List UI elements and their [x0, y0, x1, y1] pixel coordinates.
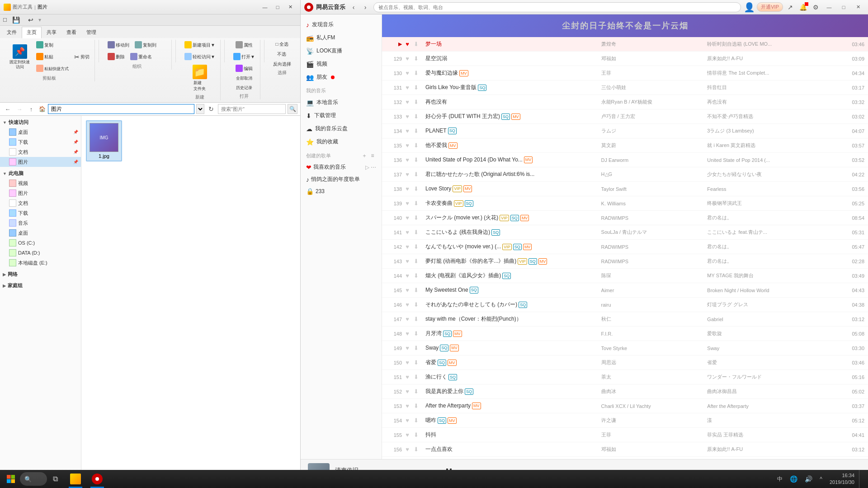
sidebar-section-network-header[interactable]: ▶ 网络: [0, 270, 81, 279]
like-song-button[interactable]: ♥: [404, 214, 411, 222]
download-song-button[interactable]: ⬇: [412, 374, 420, 381]
close-button[interactable]: ✕: [284, 2, 297, 12]
address-input[interactable]: [48, 104, 194, 114]
rename-btn[interactable]: 重命名: [128, 52, 154, 62]
table-row[interactable]: 146 ♥ ⬇ それがあなたの幸せとしても (カバー)SQ rairu 灯堤プラ…: [382, 298, 868, 312]
user-avatar[interactable]: 👤: [744, 2, 755, 13]
like-song-button[interactable]: ♥: [404, 200, 411, 207]
sidebar-item-downloads[interactable]: 下载 📌: [0, 137, 81, 147]
table-row[interactable]: 144 ♥ ⬇ 烟火 (电视剧《追风少女》插曲)SQ 陈琛 MY STAGE 我…: [382, 269, 868, 283]
table-row[interactable]: 145 ♥ ⬇ My Sweetest OneSQ Aimer Broken N…: [382, 283, 868, 298]
download-song-button[interactable]: ⬇: [412, 330, 420, 337]
playlist-item-annual[interactable]: ♪ 悄鸽之面的年度歌单: [301, 173, 382, 185]
download-song-button[interactable]: ⬇: [412, 171, 420, 178]
select-all-btn[interactable]: 全部取消: [234, 74, 255, 83]
download-song-button[interactable]: ⬇: [412, 316, 420, 323]
table-row[interactable]: 132 ♥ ⬇ 再也没有 永能Ryan B / AY杨能俊 再也没有 03:32: [382, 95, 868, 109]
table-row[interactable]: 154 ♥ ⬇ 嗯咋SQMV 许之谦 漾 05:12: [382, 413, 868, 428]
download-song-button[interactable]: ⬇: [412, 128, 420, 135]
vip-button[interactable]: 开通VIP: [757, 2, 783, 12]
table-row[interactable]: 138 ♥ ⬇ Love StoryVIPMV Taylor Swift Fea…: [382, 182, 868, 196]
search-go-button[interactable]: 🔍: [288, 104, 297, 114]
sidebar-item-music[interactable]: 音乐: [0, 218, 81, 228]
sidebar-item-docs2[interactable]: 文档: [0, 198, 81, 208]
table-row[interactable]: ▶ ♥ ⬇ 梦一场 萧煌奇 聆听时刻自选箱 (LOVE MO... 03:46: [382, 37, 868, 52]
sidebar-item-friends[interactable]: 👥 朋友: [301, 71, 382, 84]
music-maximize-button[interactable]: □: [837, 2, 850, 12]
address-dropdown[interactable]: ▼: [196, 104, 204, 114]
download-song-button[interactable]: ⬇: [412, 200, 420, 207]
bell-icon[interactable]: 🔔: [797, 2, 808, 12]
refresh-button[interactable]: ↻: [206, 104, 216, 114]
nav-home-button[interactable]: 🏠: [38, 105, 46, 113]
playlist-item-233[interactable]: 🔒 233: [301, 185, 382, 197]
table-row[interactable]: 136 ♥ ⬇ United State of Pop 2014 (Do Wha…: [382, 153, 868, 167]
like-song-button[interactable]: ♥: [404, 287, 411, 294]
table-row[interactable]: 137 ♥ ⬇ 君に聴かせたかった歌 (Original Artist:6% i…: [382, 167, 868, 182]
like-song-button[interactable]: ♥: [404, 243, 411, 251]
taskbar-search[interactable]: 🔍: [20, 472, 47, 486]
like-song-button[interactable]: ♥: [404, 84, 411, 91]
table-row[interactable]: 129 ♥ ⬇ 星空沉溺 邓福如 原来如此!! A-FU 03:09: [382, 52, 868, 66]
like-song-button[interactable]: ♥: [404, 301, 411, 308]
like-song-button[interactable]: ♥: [404, 345, 411, 352]
start-button[interactable]: [2, 470, 20, 488]
table-row[interactable]: 150 ♥ ⬇ 省爱SQMV 周思远 省爱 03:46: [382, 355, 868, 370]
table-row[interactable]: 155 ♥ ⬇ 抖抖 王菲 菲实品 王菲精选 04:41: [382, 428, 868, 442]
table-row[interactable]: 131 ♥ ⬇ Girls Like You-童音版SQ 三位小萌娃 抖音红目 …: [382, 81, 868, 95]
download-song-button[interactable]: ⬇: [412, 258, 420, 265]
like-song-button[interactable]: ♥: [404, 403, 411, 410]
download-song-button[interactable]: ⬇: [412, 388, 420, 395]
music-nav-forward[interactable]: ›: [360, 2, 371, 12]
sidebar-item-documents[interactable]: 文档 📌: [0, 147, 81, 157]
share-icon[interactable]: ↗: [785, 2, 796, 12]
table-row[interactable]: 139 ♥ ⬇ 卡农变奏曲VIPSQ K. Williams 终极钢琴演武王 0…: [382, 196, 868, 211]
sidebar-item-collect[interactable]: ⭐ 我的收藏: [301, 135, 382, 148]
like-song-button[interactable]: ♥: [404, 417, 411, 424]
taskbar-extras[interactable]: ^: [817, 470, 825, 488]
edit-btn[interactable]: 编辑: [233, 63, 255, 74]
like-song-button[interactable]: ♥: [404, 330, 411, 337]
like-song-button[interactable]: ♥: [404, 431, 411, 439]
undo-btn[interactable]: ↩: [25, 15, 37, 24]
download-song-button[interactable]: ⬇: [412, 272, 420, 280]
download-song-button[interactable]: ⬇: [412, 229, 420, 236]
open-btn[interactable]: 打开▼: [231, 52, 257, 62]
like-song-button[interactable]: ♥: [404, 142, 411, 149]
sidebar-item-downloads2[interactable]: 下载: [0, 208, 81, 218]
move-to-btn[interactable]: 移动到: [105, 40, 132, 51]
like-song-button[interactable]: ♥: [404, 272, 411, 280]
download-song-button[interactable]: ⬇: [412, 359, 420, 366]
table-row[interactable]: 143 ♥ ⬇ 夢灯籠 (动画电影《你的名字...》插曲)VIPSQMV RAD…: [382, 254, 868, 269]
nav-up-button[interactable]: ↑: [26, 104, 36, 114]
like-song-button[interactable]: ♥: [404, 55, 411, 62]
download-song-button[interactable]: ⬇: [412, 243, 420, 251]
taskbar-app-music[interactable]: [87, 470, 108, 488]
clock-display[interactable]: 16:34 2019/10/30: [827, 470, 857, 488]
download-song-button[interactable]: ⬇: [412, 214, 420, 222]
pin-btn[interactable]: 📌 固定到快速访问: [6, 43, 33, 71]
deselect-btn[interactable]: 不选: [275, 50, 289, 59]
like-song-button[interactable]: ♥: [404, 113, 411, 120]
like-song-button[interactable]: ♥: [404, 359, 411, 366]
like-song-button[interactable]: ♥: [404, 388, 411, 395]
paste-shortcut-btn[interactable]: 粘贴快捷方式: [34, 63, 71, 74]
add-playlist-button[interactable]: ＋: [361, 152, 368, 159]
history-btn[interactable]: 历史记录: [234, 84, 255, 92]
download-song-button[interactable]: ⬇: [412, 70, 420, 77]
like-song-button[interactable]: ♥: [404, 374, 411, 381]
cut-btn[interactable]: ✂ 剪切: [72, 52, 92, 62]
like-song-button[interactable]: ♥: [404, 316, 411, 323]
sidebar-item-discover[interactable]: ♪ 发现音乐: [301, 18, 382, 31]
table-row[interactable]: 147 ♥ ⬇ stay with me（Cover：朴能烈(Punch)） 秋…: [382, 312, 868, 327]
sidebar-item-live[interactable]: 📡 LOOK直播: [301, 44, 382, 57]
nav-back-button[interactable]: ←: [3, 104, 13, 114]
song-list-area[interactable]: ▶ ♥ ⬇ 梦一场 萧煌奇 聆听时刻自选箱 (LOVE MO... 03:46 …: [382, 37, 868, 459]
download-song-button[interactable]: ⬇: [412, 41, 420, 48]
like-song-button[interactable]: ♥: [404, 70, 411, 77]
like-song-button[interactable]: ♥: [404, 446, 411, 453]
table-row[interactable]: 148 ♥ ⬇ 月牙湾SQMV F.I.R. 爱歌旋 05:08: [382, 327, 868, 341]
like-song-button[interactable]: ♥: [404, 185, 411, 193]
volume-system-icon[interactable]: 🔊: [802, 470, 815, 488]
table-row[interactable]: 149 ♥ ⬇ SwaySQMV Tove Styrke Sway 03:30: [382, 341, 868, 355]
